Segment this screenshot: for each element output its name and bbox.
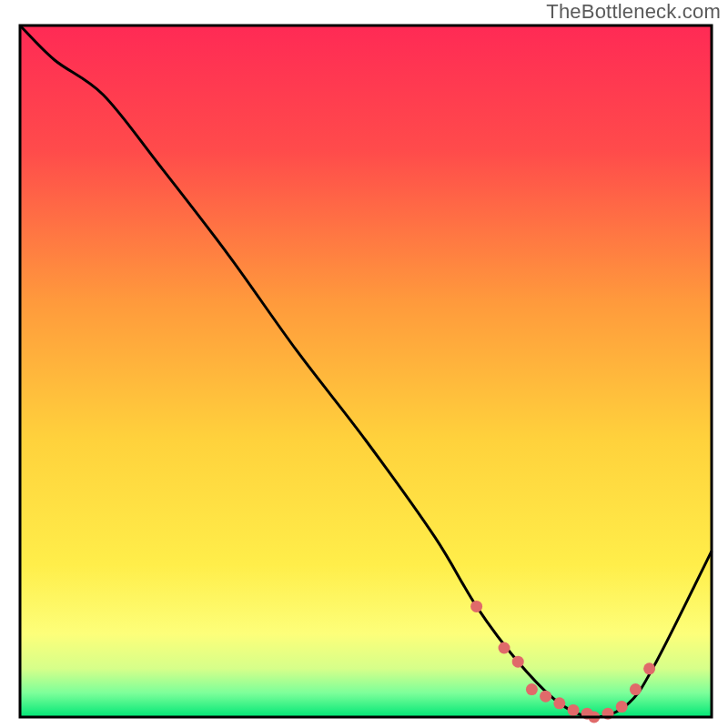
valley-dot (553, 697, 565, 709)
valley-dot (630, 683, 642, 695)
chart-container: TheBottleneck.com (0, 0, 728, 728)
valley-dot (470, 601, 482, 612)
valley-dot (568, 704, 580, 716)
valley-dot (499, 642, 511, 654)
valley-dot (616, 701, 628, 713)
valley-dot (512, 656, 524, 668)
valley-dot (526, 683, 538, 695)
gradient-background (20, 25, 712, 717)
valley-dot (643, 662, 655, 674)
valley-dot (540, 691, 551, 703)
bottleneck-chart (0, 0, 728, 728)
